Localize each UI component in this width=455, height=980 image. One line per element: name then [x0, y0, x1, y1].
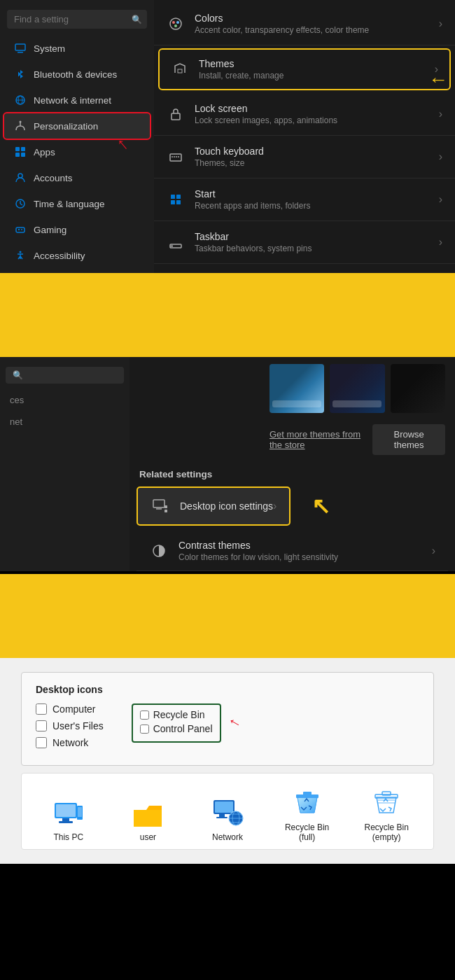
- checkbox-recycle-bin[interactable]: Recycle Bin: [140, 709, 213, 720]
- svg-point-19: [20, 251, 22, 253]
- chevron-desktop-icon: ›: [273, 500, 276, 512]
- contrast-themes-title: Contrast themes: [178, 540, 338, 551]
- checkbox-network-label: Network: [52, 737, 88, 748]
- partial-nav-ces: ces: [0, 389, 130, 411]
- settings-item-taskbar-text: Taskbar Taskbar behaviors, system pins: [195, 231, 439, 253]
- store-link-text[interactable]: Get more themes from the store: [270, 429, 372, 450]
- svg-rect-45: [56, 804, 76, 817]
- browse-themes-button[interactable]: Browse themes: [372, 424, 445, 455]
- theme-images: [130, 357, 455, 420]
- svg-rect-42: [164, 510, 167, 512]
- accounts-icon: [14, 172, 27, 184]
- desktop-icons-content: Computer User's Files Network Recycle Bi…: [36, 704, 419, 754]
- theme-thumbnail-3[interactable]: [391, 364, 445, 413]
- apps-icon: [14, 146, 27, 158]
- svg-rect-61: [303, 792, 312, 795]
- sidebar-item-accounts[interactable]: Accounts: [4, 165, 150, 190]
- icon-user-label: user: [140, 832, 156, 842]
- lockscreen-icon: [167, 105, 185, 123]
- start-title: Start: [195, 188, 439, 200]
- themes-title: Themes: [199, 58, 435, 69]
- sidebar-item-time[interactable]: Time & language: [4, 191, 150, 216]
- settings-item-themes-text: Themes Install, create, manage: [199, 58, 435, 80]
- settings-item-lockscreen[interactable]: Lock screen Lock screen images, apps, an…: [154, 93, 455, 136]
- colors-icon: [167, 15, 185, 33]
- colors-desc: Accent color, transparency effects, colo…: [195, 25, 439, 35]
- checkbox-control-panel[interactable]: Control Panel: [140, 723, 213, 734]
- recycle-group-box: Recycle Bin Control Panel: [132, 704, 221, 743]
- contrast-themes-item[interactable]: Contrast themes Color themes for low vis…: [136, 531, 448, 571]
- settings-item-taskbar[interactable]: Taskbar Taskbar behaviors, system pins ›: [154, 221, 455, 264]
- sidebar-item-privacy[interactable]: Privacy & security: [4, 269, 150, 273]
- checkbox-network[interactable]: Network: [36, 737, 104, 748]
- search-input[interactable]: [14, 14, 132, 24]
- taskbar-desc: Taskbar behaviors, system pins: [195, 244, 439, 253]
- settings-item-touchkb[interactable]: Touch keyboard Themes, size ›: [154, 136, 455, 178]
- search-icon: 🔍: [132, 15, 142, 24]
- svg-rect-1: [18, 52, 23, 53]
- theme-thumbnail-2[interactable]: [330, 364, 384, 413]
- desktop-icons-section: Desktop icons Computer User's Files Netw…: [0, 658, 455, 864]
- gaming-icon: [14, 223, 27, 236]
- taskbar-title: Taskbar: [195, 231, 439, 242]
- icon-network: Network: [200, 797, 255, 842]
- icon-recycle-full-label: Recycle Bin(full): [285, 822, 329, 842]
- chevron-lockscreen-icon: ›: [439, 108, 442, 120]
- recycle-group-wrapper: Recycle Bin Control Panel →: [125, 704, 242, 743]
- icon-this-pc: This PC: [41, 800, 97, 842]
- settings-item-fonts[interactable]: Aa Fonts ›: [154, 264, 455, 273]
- sidebar-item-gaming[interactable]: Gaming: [4, 217, 150, 242]
- touchkb-icon: [167, 148, 185, 166]
- settings-item-colors-text: Colors Accent color, transparency effect…: [195, 13, 439, 35]
- settings-item-touchkb-text: Touch keyboard Themes, size: [195, 146, 439, 168]
- chevron-taskbar-icon: ›: [439, 236, 442, 248]
- red-arrow-recycle: →: [223, 711, 245, 735]
- checkbox-network-input[interactable]: [36, 737, 47, 748]
- desktop-icons-dialog: Desktop icons Computer User's Files Netw…: [21, 672, 434, 766]
- search-bar[interactable]: 🔍: [7, 10, 147, 29]
- partial-nav-net: net: [0, 411, 130, 433]
- sidebar-item-bluetooth[interactable]: Bluetooth & devices: [4, 62, 150, 87]
- svg-point-18: [21, 229, 22, 230]
- svg-rect-26: [172, 113, 180, 120]
- svg-rect-34: [171, 200, 175, 204]
- partial-search[interactable]: 🔍: [6, 367, 124, 384]
- checkbox-computer[interactable]: Computer: [36, 704, 104, 715]
- checkbox-user-files[interactable]: User's Files: [36, 720, 104, 732]
- checkbox-computer-input[interactable]: [36, 704, 47, 715]
- bluetooth-icon: [14, 68, 27, 80]
- icon-recycle-empty: Recycle Bin(empty): [358, 788, 414, 842]
- icon-network-label: Network: [212, 832, 243, 842]
- svg-line-14: [20, 204, 22, 205]
- chevron-contrast-icon: ›: [432, 545, 435, 557]
- left-checkboxes: Computer User's Files Network: [36, 704, 104, 754]
- settings-item-colors[interactable]: Colors Accent color, transparency effect…: [154, 3, 455, 46]
- themes-desc: Install, create, manage: [199, 71, 435, 80]
- svg-rect-25: [178, 69, 182, 73]
- sidebar-item-system[interactable]: System: [4, 36, 150, 61]
- sidebar-item-label-accounts: Accounts: [34, 173, 73, 183]
- svg-rect-8: [21, 147, 25, 151]
- sidebar-item-accessibility[interactable]: Accessibility: [4, 243, 150, 268]
- theme-thumbnail-1[interactable]: [270, 364, 324, 413]
- network-icon: [14, 94, 27, 106]
- sidebar-item-personalization[interactable]: Personalization: [4, 113, 150, 139]
- svg-rect-49: [78, 807, 82, 817]
- svg-rect-27: [170, 154, 181, 161]
- settings-item-themes[interactable]: Themes Install, create, manage ›: [158, 48, 451, 90]
- themes-inner: Get more themes from the store Browse th…: [130, 357, 455, 571]
- checkbox-recycle-bin-input[interactable]: [140, 710, 149, 720]
- desktop-icon-settings-item[interactable]: Desktop icon settings ›: [136, 486, 290, 526]
- chevron-touchkb-icon: ›: [439, 150, 442, 163]
- sidebar-item-label-bluetooth: Bluetooth & devices: [34, 69, 117, 80]
- svg-rect-7: [15, 147, 20, 151]
- sidebar-item-network[interactable]: Network & internet: [4, 88, 150, 113]
- checkbox-control-panel-input[interactable]: [140, 724, 149, 734]
- svg-rect-37: [171, 246, 173, 247]
- checkbox-user-files-input[interactable]: [36, 720, 47, 732]
- sidebar-item-label-time: Time & language: [34, 199, 105, 209]
- sidebar-item-label-personalization: Personalization: [34, 121, 98, 132]
- svg-point-21: [170, 18, 181, 29]
- settings-item-start[interactable]: Start Recent apps and items, folders ›: [154, 178, 455, 221]
- sidebar-item-label-accessibility: Accessibility: [34, 251, 85, 261]
